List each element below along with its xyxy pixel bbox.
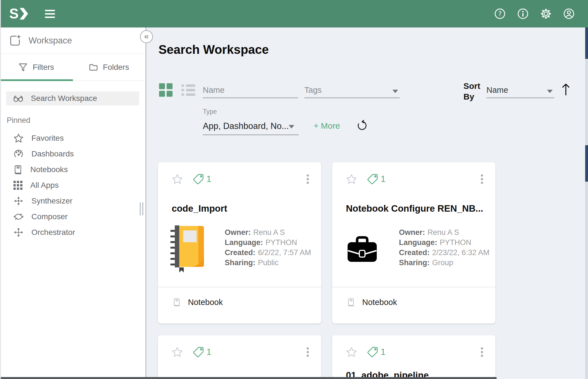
sidebar-item-orchestrator[interactable]: Orchestrator [0, 225, 145, 240]
hamburger-menu-icon[interactable] [45, 10, 55, 18]
tag-chip[interactable] [367, 346, 378, 358]
tab-folders[interactable]: Folders [73, 54, 145, 80]
card-menu-button[interactable] [480, 173, 484, 185]
account-icon[interactable] [563, 8, 575, 19]
sidebar-item-synthesizer[interactable]: Synthesizer [0, 193, 145, 209]
type-filter-select[interactable]: App, Dashboard, No... [203, 117, 299, 135]
sidebar-item-composer[interactable]: Composer [0, 209, 145, 225]
meta-value: Group [432, 258, 453, 267]
sidebar-item-all-apps[interactable]: All Apps [0, 177, 145, 193]
window-left-edge [0, 0, 1, 379]
book-icon [13, 165, 22, 175]
grid-view-toggle[interactable] [159, 83, 173, 97]
meta-label: Created: [399, 248, 430, 257]
workspace-card[interactable]: 1 01_adobe_pipeline [332, 335, 495, 379]
name-filter-input[interactable]: Name [203, 81, 298, 98]
tags-placeholder: Tags [304, 85, 321, 95]
card-menu-button[interactable] [306, 346, 310, 358]
sidebar-tabs: Filters Folders [0, 54, 145, 81]
converge-arrows-icon [13, 196, 24, 206]
sidebar: Workspace Filters Folders Searc [0, 27, 146, 379]
card-title: code_Import [172, 203, 314, 214]
tag-count: 1 [206, 174, 211, 184]
chevron-down-icon [392, 90, 398, 93]
settings-gear-icon[interactable] [540, 8, 552, 19]
tags-filter-select[interactable]: Tags [304, 81, 400, 98]
favorite-star-icon[interactable] [346, 347, 357, 357]
notebook-cover-icon [168, 225, 208, 272]
meta-label: Created: [225, 248, 256, 257]
meta-value: 2/23/22, 6:32 AM [432, 248, 490, 257]
sidebar-item-dashboards[interactable]: Dashboards [0, 146, 145, 162]
sort-by-select[interactable]: Name [486, 81, 554, 98]
more-filters-button[interactable]: + More [314, 121, 340, 131]
nav-label: Synthesizer [31, 197, 72, 205]
workspace-card[interactable]: 1 [158, 335, 321, 379]
card-divider [332, 287, 495, 287]
meta-label: Sharing: [225, 258, 256, 267]
gauge-icon [13, 149, 24, 159]
refresh-button[interactable] [356, 119, 368, 133]
page-title: Search Workspace [159, 43, 269, 57]
meta-value: Renu A S [253, 228, 285, 237]
book-icon [173, 298, 181, 307]
list-view-toggle[interactable] [182, 84, 195, 96]
info-icon[interactable] [517, 8, 529, 19]
sort-by-label: Sort By [463, 81, 482, 102]
meta-label: Owner: [399, 228, 425, 237]
folder-icon [89, 63, 98, 71]
tag-chip[interactable] [192, 346, 204, 358]
card-type-label: Notebook [362, 298, 397, 307]
sidebar-item-notebooks[interactable]: Notebooks [0, 162, 145, 177]
workspace-card[interactable]: 1 code_Import Owner:Renu A S [158, 162, 321, 323]
workspace-title: Workspace [29, 36, 72, 46]
meta-label: Owner: [225, 228, 251, 237]
window-bottom-edge [0, 377, 497, 379]
right-scrollbar-strip[interactable] [585, 27, 588, 379]
help-icon[interactable]: ? [494, 8, 506, 19]
binoculars-icon [13, 94, 24, 103]
apps-grid-icon [13, 181, 22, 190]
move-arrows-icon [13, 227, 24, 237]
meta-value: PYTHON [440, 238, 472, 247]
pinned-section-label: Pinned [7, 116, 145, 125]
tab-filters[interactable]: Filters [0, 54, 73, 80]
star-icon [13, 133, 24, 143]
name-placeholder: Name [203, 85, 224, 95]
favorite-star-icon[interactable] [346, 174, 357, 184]
meta-value: Renu A S [428, 228, 459, 237]
tag-icon [192, 346, 204, 358]
workspace-card[interactable]: 1 Notebook Configure REN_NB... Owner:Ren… [332, 162, 495, 323]
sidebar-item-favorites[interactable]: Favorites [0, 130, 145, 146]
card-menu-button[interactable] [480, 346, 484, 358]
sort-direction-button[interactable] [561, 82, 571, 98]
type-filter-value: App, Dashboard, No... [203, 121, 289, 131]
new-workspace-icon [8, 34, 21, 47]
card-type-label: Notebook [188, 298, 223, 307]
meta-value: 6/2/22, 7:57 AM [258, 248, 311, 257]
sidebar-item-search-workspace[interactable]: Search Workspace [6, 91, 139, 105]
funnel-icon [19, 63, 27, 71]
card-title: Notebook Configure REN_NB... [346, 203, 489, 214]
favorite-star-icon[interactable] [172, 174, 183, 184]
favorite-star-icon[interactable] [172, 347, 183, 357]
tag-icon [367, 173, 378, 185]
sidebar-collapse-button[interactable]: « [140, 30, 153, 43]
sidebar-resize-handle[interactable] [140, 202, 143, 215]
workspace-header: Workspace [0, 27, 145, 54]
chevron-down-icon [289, 125, 294, 128]
card-divider [158, 287, 321, 287]
card-metadata: Owner:Renu A S Language:PYTHON Created:2… [399, 227, 490, 268]
brand-logo: S [9, 7, 28, 21]
top-app-bar: S ? [0, 0, 588, 27]
tab-filters-label: Filters [33, 63, 54, 72]
svg-text:?: ? [498, 10, 502, 17]
tag-chip[interactable] [367, 173, 378, 185]
type-filter-label: Type [203, 108, 217, 115]
refresh-icon [356, 119, 368, 132]
card-menu-button[interactable] [306, 173, 310, 185]
tag-chip[interactable] [192, 173, 204, 185]
search-workspace-label: Search Workspace [31, 94, 97, 103]
meta-label: Language: [225, 238, 263, 247]
cycle-arrows-icon [13, 212, 24, 221]
